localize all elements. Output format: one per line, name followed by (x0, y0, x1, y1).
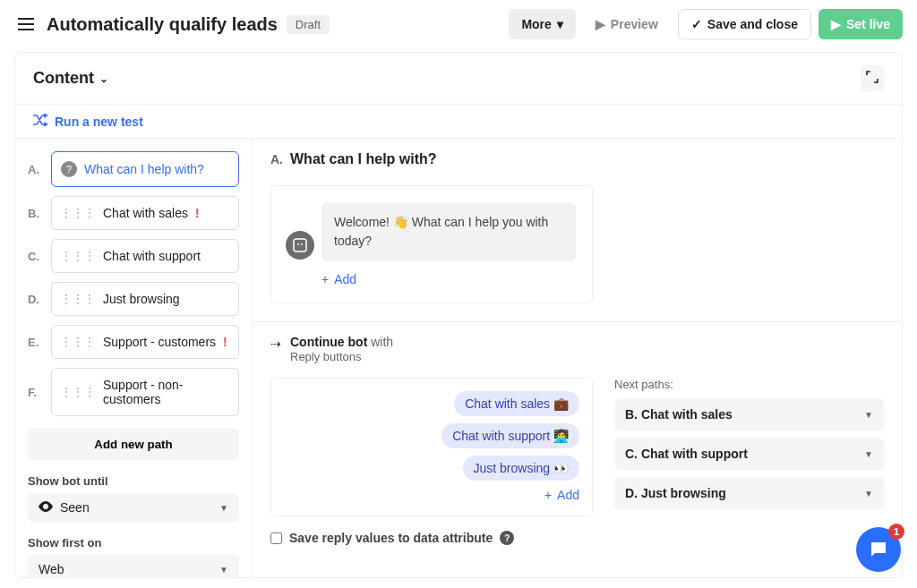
reply-chip-1[interactable]: Chat with support 👩‍💻 (441, 423, 579, 448)
path-item-0[interactable]: ?What can I help with? (51, 151, 239, 187)
next-paths-label: Next paths: (614, 378, 884, 391)
continue-sub: Reply buttons (290, 350, 362, 363)
drag-icon: ⋮⋮⋮ (61, 293, 96, 305)
message-card: Welcome! 👋 What can I help you with toda… (270, 185, 593, 303)
reply-chip-2[interactable]: Just browsing 👀 (463, 456, 579, 481)
path-label: Support - customers (103, 335, 216, 349)
chevron-down-icon: ▼ (864, 410, 873, 420)
save-reply-checkbox[interactable] (270, 533, 282, 544)
show-first-select[interactable]: Web ▼ (28, 555, 239, 577)
more-button[interactable]: More ▾ (509, 9, 575, 39)
drag-icon: ⋮⋮⋮ (61, 336, 96, 348)
reply-chip-0[interactable]: Chat with sales 💼 (454, 391, 579, 416)
path-label: What can I help with? (84, 162, 204, 176)
path-letter: E. (28, 336, 42, 349)
next-path-1[interactable]: C. Chat with support▼ (614, 438, 884, 470)
drag-icon: ⋮⋮⋮ (61, 207, 96, 219)
section-title[interactable]: Content ⌄ (33, 69, 108, 88)
next-path-2[interactable]: D. Just browsing▼ (614, 477, 884, 509)
chevron-down-icon: ▼ (219, 503, 228, 513)
run-test-button[interactable]: Run a new test (15, 105, 902, 139)
chat-badge: 1 (888, 524, 904, 540)
path-label: Support - non-customers (103, 378, 229, 406)
show-until-select[interactable]: Seen ▼ (28, 493, 239, 522)
shuffle-icon (33, 114, 47, 129)
add-reply-button[interactable]: + Add (544, 488, 579, 502)
path-item-2[interactable]: ⋮⋮⋮Chat with support (51, 239, 239, 273)
next-path-0[interactable]: B. Chat with sales▼ (614, 398, 884, 430)
check-icon: ✓ (691, 17, 702, 31)
path-item-1[interactable]: ⋮⋮⋮Chat with sales ! (51, 196, 239, 230)
path-label: Chat with support (103, 249, 201, 263)
drag-icon: ⋮⋮⋮ (61, 386, 96, 398)
path-label: Just browsing (103, 292, 180, 306)
set-live-button[interactable]: ▶ Set live (818, 9, 903, 39)
path-item-5[interactable]: ⋮⋮⋮Support - non-customers (51, 368, 239, 416)
continue-label: Continue bot (290, 335, 367, 349)
save-close-button[interactable]: ✓ Save and close (678, 9, 811, 39)
detail-title: What can I help with? (290, 151, 437, 167)
chevron-down-icon: ▼ (864, 449, 873, 459)
svg-point-2 (301, 243, 303, 245)
help-icon: ? (61, 161, 77, 177)
warning-icon: ! (195, 206, 200, 220)
plus-icon: + (321, 272, 329, 286)
welcome-message[interactable]: Welcome! 👋 What can I help you with toda… (321, 202, 576, 261)
path-letter: C. (28, 250, 42, 263)
svg-rect-0 (294, 239, 306, 251)
reply-buttons-card: Chat with sales 💼Chat with support 👩‍💻Ju… (270, 378, 593, 516)
page-title: Automatically qualify leads (47, 14, 278, 35)
chat-launcher[interactable]: 1 (856, 527, 901, 572)
add-path-button[interactable]: Add new path (28, 429, 239, 460)
add-message-button[interactable]: + Add (321, 272, 356, 286)
status-badge: Draft (287, 15, 330, 34)
chevron-down-icon: ▼ (864, 489, 873, 499)
help-icon[interactable]: ? (500, 531, 514, 545)
warning-icon: ! (223, 335, 227, 349)
eye-icon (39, 500, 53, 515)
path-item-4[interactable]: ⋮⋮⋮Support - customers ! (51, 325, 239, 359)
caret-down-icon: ▾ (557, 17, 563, 31)
play-icon: ▶ (831, 17, 841, 31)
menu-icon[interactable] (14, 14, 38, 34)
save-reply-label: Save reply values to data attribute (289, 531, 493, 545)
preview-button[interactable]: ▶ Preview (583, 9, 671, 39)
show-first-label: Show first on (28, 536, 239, 550)
drag-icon: ⋮⋮⋮ (61, 250, 96, 262)
chevron-down-icon: ▼ (219, 565, 228, 575)
bot-avatar-icon (286, 231, 314, 260)
path-label: Chat with sales (103, 206, 188, 220)
chevron-down-icon: ⌄ (99, 72, 108, 85)
path-letter: D. (28, 293, 42, 306)
detail-letter: A. (270, 152, 283, 166)
show-until-label: Show bot until (28, 474, 239, 488)
plus-icon: + (544, 488, 552, 502)
path-letter: B. (28, 207, 42, 220)
path-item-3[interactable]: ⋮⋮⋮Just browsing (51, 282, 239, 316)
path-letter: F. (28, 386, 42, 399)
path-letter: A. (28, 163, 42, 176)
continue-with: with (371, 335, 393, 349)
expand-icon[interactable] (861, 65, 884, 91)
continue-arrow-icon: ⇢ (270, 335, 281, 351)
play-icon: ▶ (596, 17, 605, 31)
svg-point-1 (297, 243, 299, 245)
